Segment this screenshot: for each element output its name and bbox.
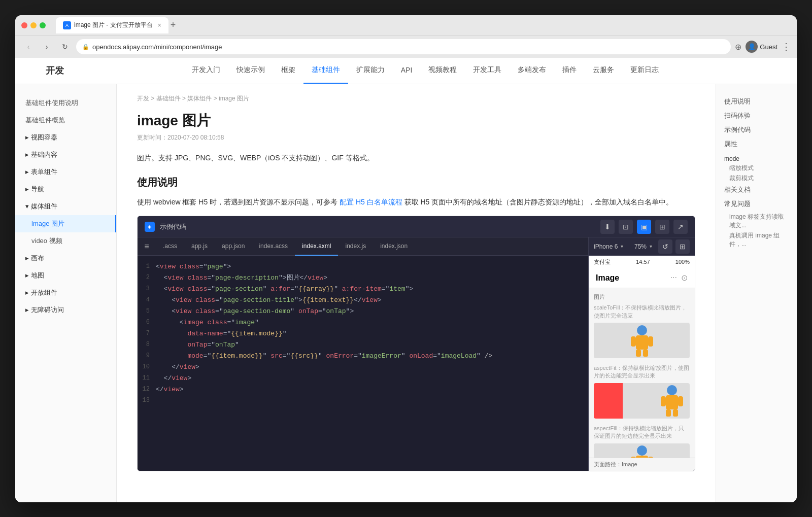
phone-bar: iPhone 6 ▾ 75% ▾ ↺ ⊞ — [589, 237, 695, 256]
nav-item-3[interactable]: 基础组件 — [303, 58, 348, 84]
search-button[interactable]: ⊕ — [735, 42, 741, 52]
phone-preview: iPhone 6 ▾ 75% ▾ ↺ ⊞ 支付宝 14:57 — [588, 237, 695, 471]
phone-img-box-2 — [594, 443, 690, 458]
sidebar-item-image[interactable]: image 图片 — [15, 215, 116, 232]
share-button[interactable]: ↗ — [673, 220, 688, 234]
reload-button[interactable]: ↻ — [58, 40, 72, 54]
minimize-button[interactable] — [30, 22, 37, 28]
new-tab-button[interactable]: + — [171, 20, 176, 30]
sidebar-item-media[interactable]: ▾ 媒体组件 — [15, 198, 116, 215]
nav-item-5[interactable]: API — [393, 58, 421, 84]
device-select[interactable]: iPhone 6 — [594, 243, 618, 250]
svg-rect-14 — [631, 457, 636, 458]
nav-item-4[interactable]: 扩展能力 — [348, 58, 393, 84]
link-h5-whitelist[interactable]: 配置 H5 白名单流程 — [340, 198, 402, 206]
right-nav-docs[interactable]: 相关文档 — [724, 183, 789, 197]
nav-item-6[interactable]: 视频教程 — [420, 58, 465, 84]
right-nav-faq-1[interactable]: 真机调用 image 组件，... — [724, 230, 789, 249]
svg-rect-9 — [678, 396, 683, 406]
code-line-13: 13 — [138, 395, 588, 406]
right-nav-usage[interactable]: 使用说明 — [724, 94, 789, 109]
file-tab-acss[interactable]: .acss — [156, 237, 184, 256]
sidebar-item-nav[interactable]: ▸ 导航 — [15, 181, 116, 198]
code-line-3: 3 <view class="page-section" a:for="{{ar… — [138, 283, 588, 294]
user-button[interactable]: 👤 Guest — [746, 41, 777, 53]
right-nav-scale[interactable]: 缩放模式 — [724, 162, 789, 173]
more-button[interactable]: ⋮ — [782, 41, 791, 52]
sidebar-item-form[interactable]: ▸ 表单组件 — [15, 163, 116, 181]
phone-section-label: 图片 — [594, 293, 690, 301]
sidebar-item-a11y[interactable]: ▸ 无障碍访问 — [15, 301, 116, 319]
zoom-select[interactable]: 75% — [634, 243, 647, 250]
code-line-9: 9 mode="{{item.mode}}" src="{{src}}" onE… — [138, 350, 588, 361]
tab-close-button[interactable]: × — [158, 22, 161, 29]
sidebar-item-guide[interactable]: 基础组件使用说明 — [15, 94, 116, 112]
sidebar-item-open[interactable]: ▸ 开放组件 — [15, 284, 116, 301]
file-tab-indexjson[interactable]: index.json — [373, 237, 415, 256]
file-tab-appjson[interactable]: app.json — [215, 237, 252, 256]
maximize-button[interactable] — [40, 22, 46, 28]
close-button[interactable] — [21, 22, 27, 28]
right-nav-crop[interactable]: 裁剪模式 — [724, 173, 789, 183]
page-description: 图片。支持 JPG、PNG、SVG、WEBP（iOS 不支持动图）、GIF 等格… — [137, 152, 695, 163]
phone-header: Image ··· ⊙ — [589, 268, 695, 288]
download-button[interactable]: ⬇ — [600, 220, 615, 234]
demo-actions: ⬇ ⊡ ▣ ⊞ ↗ — [600, 220, 688, 234]
nav-item-11[interactable]: 更新日志 — [622, 58, 667, 84]
file-tab-indexaxml[interactable]: index.axml — [295, 237, 338, 256]
phone-footer-text: 页面路径：Image — [594, 461, 637, 468]
code-line-5: 5 <view class="page-section-demo" onTap=… — [138, 305, 588, 317]
code-line-7: 7 data-name="{{item.mode}}" — [138, 328, 588, 339]
nav-item-10[interactable]: 云服务 — [585, 58, 622, 84]
code-line-12: 12 </view> — [138, 384, 588, 395]
nav-item-1[interactable]: 快速示例 — [228, 58, 273, 84]
right-nav-props[interactable]: 属性 — [724, 137, 789, 151]
breadcrumb: 开发 > 基础组件 > 媒体组件 > image 图片 — [137, 94, 695, 103]
sidebar-item-view[interactable]: ▸ 视图容器 — [15, 129, 116, 146]
section-heading: 使用说明 — [137, 176, 695, 189]
tab-area: A image 图片 - 支付宝开放平台 × + — [56, 17, 791, 33]
nav-item-8[interactable]: 多端发布 — [510, 58, 554, 84]
phone-img-desc-2: aspectFill：保持纵横比缩放图片，只保证图片的短边能完全显示出来 — [594, 425, 690, 440]
split-view-button[interactable]: ▣ — [637, 220, 651, 234]
code-line-2: 2 <view class="page-description">图片</vie… — [138, 272, 588, 283]
nav-item-0[interactable]: 开发入门 — [184, 58, 228, 84]
right-nav-faq-0[interactable]: image 标签支持读取域文... — [724, 211, 789, 230]
file-tab-indexjs[interactable]: index.js — [338, 237, 373, 256]
browser-tab[interactable]: A image 图片 - 支付宝开放平台 × — [56, 17, 168, 33]
right-nav-faq[interactable]: 常见问题 — [724, 197, 789, 211]
sidebar-item-canvas[interactable]: ▸ 画布 — [15, 250, 116, 267]
file-tab-appjs[interactable]: app.js — [184, 237, 215, 256]
svg-rect-15 — [648, 457, 653, 458]
svg-rect-2 — [631, 336, 636, 347]
demo-label: 示例代码 — [160, 222, 186, 231]
hamburger-button[interactable]: ≡ — [138, 237, 156, 256]
phone-footer: 页面路径：Image — [589, 458, 695, 471]
sidebar-item-map[interactable]: ▸ 地图 — [15, 267, 116, 284]
nav-item-7[interactable]: 开发工具 — [465, 58, 510, 84]
phone-more-icon[interactable]: ··· — [670, 273, 677, 283]
file-tab-indexacss[interactable]: index.acss — [252, 237, 295, 256]
svg-rect-13 — [636, 456, 648, 458]
address-bar: ‹ › ↻ 🔒 opendocs.alipay.com/mini/compone… — [15, 36, 797, 58]
refresh-preview-button[interactable]: ↺ — [658, 239, 672, 254]
sidebar-item-overview[interactable]: 基础组件概览 — [15, 112, 116, 129]
forward-button[interactable]: › — [40, 40, 54, 54]
phone-home-icon[interactable]: ⊙ — [681, 273, 688, 283]
right-nav-code[interactable]: 示例代码 — [724, 123, 789, 137]
expand-preview-button[interactable]: ⊞ — [675, 239, 690, 254]
back-button[interactable]: ‹ — [21, 40, 36, 54]
right-nav-qr[interactable]: 扫码体验 — [724, 109, 789, 123]
left-sidebar: 基础组件使用说明 基础组件概览 ▸ 视图容器 ▸ 基础内容 ▸ 表单组件 ▸ 导… — [15, 84, 117, 502]
url-text: opendocs.alipay.com/mini/component/image — [92, 43, 222, 51]
sidebar-item-video[interactable]: video 视频 — [15, 232, 116, 250]
nav-item-2[interactable]: 框架 — [273, 58, 303, 84]
content-wrapper: 基础组件使用说明 基础组件概览 ▸ 视图容器 ▸ 基础内容 ▸ 表单组件 ▸ 导… — [15, 84, 797, 502]
qr-button[interactable]: ⊡ — [619, 220, 633, 234]
demo-icon: ◈ — [145, 222, 155, 232]
sidebar-item-basic[interactable]: ▸ 基础内容 — [15, 146, 116, 163]
user-avatar: 👤 — [746, 41, 758, 53]
url-bar[interactable]: 🔒 opendocs.alipay.com/mini/component/ima… — [76, 39, 731, 54]
grid-button[interactable]: ⊞ — [655, 220, 669, 234]
nav-item-9[interactable]: 插件 — [554, 58, 585, 84]
